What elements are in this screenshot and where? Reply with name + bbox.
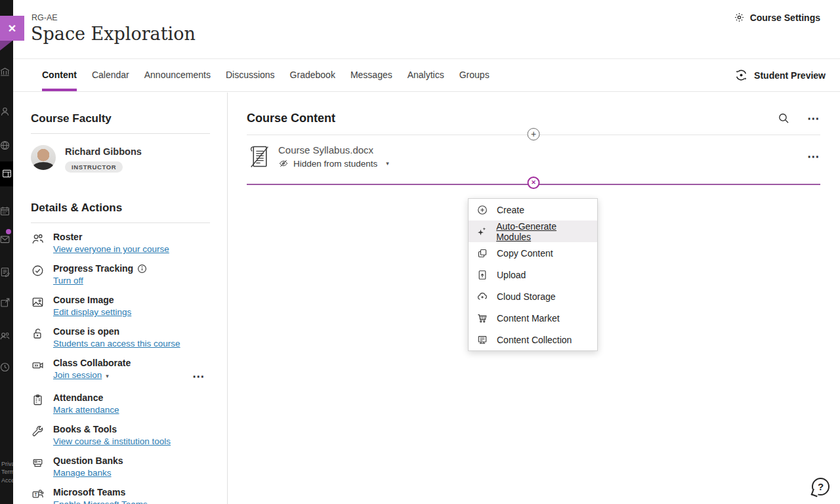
tab-announcements[interactable]: Announcements <box>144 59 211 91</box>
divider <box>31 133 210 134</box>
menu-item-upload[interactable]: Upload <box>469 264 597 285</box>
course-faculty-heading: Course Faculty <box>31 112 227 125</box>
close-course-button[interactable]: ✕ <box>0 16 24 41</box>
tab-calendar[interactable]: Calendar <box>92 59 129 91</box>
action-books-tools: Books & Tools View course & institution … <box>31 424 227 447</box>
action-attendance: Attendance Mark attendance <box>31 392 227 415</box>
chevron-down-icon: ▾ <box>386 160 389 167</box>
action-class-collaborate: Class Collaborate Join session▾ ⋯ <box>31 358 227 381</box>
recent-icon[interactable] <box>0 361 11 373</box>
messages-icon[interactable] <box>0 233 11 245</box>
plus-circle-icon <box>476 204 488 216</box>
books-tools-link[interactable]: View course & institution tools <box>53 436 171 446</box>
unlock-icon <box>31 326 53 349</box>
accessibility-link[interactable]: Acce <box>1 476 13 485</box>
grades-icon[interactable] <box>0 266 11 278</box>
privacy-link[interactable]: Priva <box>1 460 13 469</box>
student-preview-label: Student Preview <box>754 70 826 81</box>
tab-gradebook[interactable]: Gradebook <box>290 59 335 91</box>
info-icon[interactable] <box>137 264 147 274</box>
cloud-icon <box>476 291 488 303</box>
menu-item-copy-content[interactable]: Copy Content <box>469 242 597 264</box>
search-button[interactable] <box>778 112 790 125</box>
course-settings-button[interactable]: Course Settings <box>734 12 820 23</box>
item-overflow-button[interactable]: ⋯ <box>807 154 820 160</box>
groups-icon[interactable] <box>0 329 11 342</box>
details-actions-heading: Details & Actions <box>31 201 227 215</box>
collaborate-more-button[interactable]: ⋯ <box>192 373 205 380</box>
chevron-down-icon: ▾ <box>106 373 109 379</box>
action-title: Question Banks <box>53 455 123 466</box>
rail-footer-links: Priva Term Acce <box>1 460 13 485</box>
roster-link[interactable]: View everyone in your course <box>53 244 169 254</box>
sparkle-icon <box>476 226 488 238</box>
insert-divider: + <box>247 135 820 135</box>
teams-link[interactable]: Enable Microsoft Teams <box>53 499 148 504</box>
action-course-image: Course Image Edit display settings <box>31 295 227 318</box>
avatar[interactable] <box>31 145 56 170</box>
join-session-link[interactable]: Join session <box>53 370 102 380</box>
add-content-button[interactable]: + <box>528 128 540 140</box>
details-actions-list: Roster View everyone in your course Prog… <box>31 232 227 504</box>
visibility-selector[interactable]: Hidden from students ▾ <box>278 158 389 169</box>
action-title: Course Image <box>53 295 131 305</box>
video-camera-icon <box>31 358 53 381</box>
courses-nav-active <box>0 161 13 186</box>
calendar-icon[interactable] <box>0 205 11 217</box>
action-microsoft-teams: T Microsoft Teams Enable Microsoft Teams <box>31 487 227 504</box>
global-nav-rail: Priva Term Acce <box>0 0 13 504</box>
question-banks-link[interactable]: Manage banks <box>53 468 112 478</box>
close-insert-menu-button[interactable]: ✕ <box>528 177 540 189</box>
profile-icon[interactable] <box>0 105 11 117</box>
institution-icon[interactable] <box>0 66 11 78</box>
close-icon: ✕ <box>8 22 16 35</box>
course-image-icon <box>31 295 53 318</box>
tab-discussions[interactable]: Discussions <box>226 59 275 91</box>
faculty-row: Richard Gibbons INSTRUCTOR <box>31 145 227 173</box>
page-title: Space Exploration <box>31 24 196 44</box>
terms-link[interactable]: Term <box>1 468 13 476</box>
student-preview-button[interactable]: Student Preview <box>734 59 826 91</box>
progress-tracking-icon <box>31 263 53 286</box>
tab-content[interactable]: Content <box>42 59 77 91</box>
document-hidden-icon <box>249 144 270 169</box>
progress-tracking-link[interactable]: Turn off <box>53 276 83 285</box>
content-item-row: Course Syllabus.docx Hidden from student… <box>249 144 820 169</box>
course-id: RG-AE <box>32 13 58 22</box>
courses-icon[interactable] <box>1 167 13 180</box>
globe-icon[interactable] <box>0 139 11 152</box>
attendance-link[interactable]: Mark attendance <box>53 405 119 415</box>
role-badge: INSTRUCTOR <box>65 161 123 173</box>
wrench-icon <box>31 424 53 447</box>
action-title: Roster <box>53 232 169 242</box>
menu-item-content-market[interactable]: Content Market <box>469 307 597 329</box>
divider <box>31 222 210 223</box>
add-content-menu: Create Auto-Generate Modules Copy Conten… <box>468 198 598 351</box>
menu-item-create[interactable]: Create <box>469 199 597 220</box>
student-preview-icon <box>734 68 748 82</box>
action-title: Books & Tools <box>53 424 171 434</box>
svg-text:T: T <box>34 492 37 497</box>
visibility-label: Hidden from students <box>293 159 377 169</box>
menu-item-content-collection[interactable]: Content Collection <box>469 329 597 350</box>
menu-item-auto-generate-modules[interactable]: Auto-Generate Modules <box>469 220 597 242</box>
action-progress-tracking: Progress Tracking Turn off <box>31 263 227 286</box>
course-image-link[interactable]: Edit display settings <box>53 307 131 317</box>
tab-groups[interactable]: Groups <box>459 59 490 91</box>
action-title: Microsoft Teams <box>53 487 148 497</box>
attendance-icon <box>31 392 53 415</box>
instructor-name: Richard Gibbons <box>65 146 142 157</box>
course-tab-bar: Content Calendar Announcements Discussio… <box>13 59 840 92</box>
content-item-title[interactable]: Course Syllabus.docx <box>278 144 389 156</box>
course-open-link[interactable]: Students can access this course <box>53 339 180 348</box>
content-overflow-button[interactable]: ⋯ <box>807 116 820 122</box>
course-content-heading: Course Content <box>247 112 761 125</box>
help-button[interactable]: ? <box>812 478 830 495</box>
course-page: RG-AE Space Exploration Course Settings … <box>13 0 840 504</box>
course-content-header: Course Content ⋯ <box>247 112 820 125</box>
tab-messages[interactable]: Messages <box>350 59 392 91</box>
menu-item-cloud-storage[interactable]: Cloud Storage <box>469 285 597 307</box>
tab-analytics[interactable]: Analytics <box>408 59 444 91</box>
tools-icon[interactable] <box>0 297 11 309</box>
action-course-open: Course is open Students can access this … <box>31 326 227 349</box>
